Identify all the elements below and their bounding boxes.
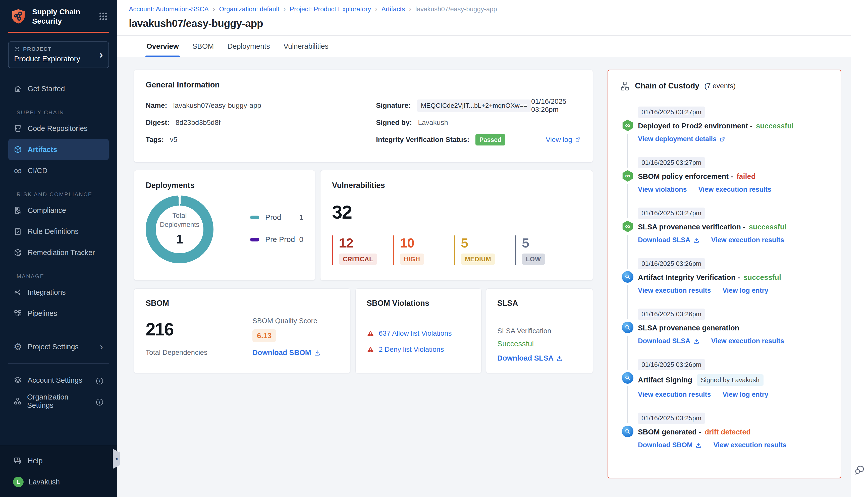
vulnerability-stat-high: 10HIGH [393, 236, 454, 265]
chain-event: ∞01/16/2025 03:27pmDeployed to Prod2 env… [620, 106, 829, 143]
view-execution-results-link[interactable]: View execution results [711, 236, 784, 244]
project-selector-label: PROJECT [14, 46, 80, 52]
support-chat-icon[interactable] [854, 464, 866, 476]
help-chat-icon: ? [13, 456, 23, 465]
violations-link[interactable]: 637 Allow list Violations [379, 329, 452, 338]
event-title: Artifact Integrity Verification - [638, 273, 740, 282]
sidebar-item-artifacts[interactable]: Artifacts [8, 139, 109, 160]
sidebar-item-help[interactable]: ? Help [0, 450, 117, 471]
download-icon [693, 338, 700, 344]
page-title: lavakush07/easy-buggy-app [129, 18, 868, 29]
svg-text:?: ? [16, 458, 18, 461]
view-execution-results-link[interactable]: View execution results [711, 337, 784, 345]
tags-value: v5 [170, 136, 177, 144]
chain-event: ∞01/16/2025 03:27pmSLSA provenance verif… [620, 208, 829, 244]
sidebar-item-remediation-tracker[interactable]: Remediation Tracker [0, 242, 117, 263]
sidebar-item-compliance[interactable]: Compliance [0, 200, 117, 221]
sidebar-item-rule-definitions[interactable]: Rule Definitions [0, 221, 117, 242]
breadcrumb-item[interactable]: Organization: default [219, 5, 279, 13]
severity-badge: CRITICAL [339, 254, 377, 265]
integrations-icon [13, 288, 23, 297]
sidebar-item-label: Artifacts [28, 145, 57, 154]
download-sbom-link[interactable]: Download SBOM [638, 441, 702, 449]
view-log-entry-link[interactable]: View log entry [723, 391, 768, 398]
chain-of-custody-timeline: ∞01/16/2025 03:27pmDeployed to Prod2 env… [620, 106, 829, 449]
digest-value: 8d23bd3b5d8f [176, 118, 220, 127]
slsa-verification-status: Successful [497, 339, 582, 348]
org-icon [13, 397, 22, 406]
doc-search-icon [13, 206, 23, 215]
view-execution-results-link[interactable]: View execution results [698, 186, 771, 194]
download-slsa-link[interactable]: Download SLSA [638, 236, 700, 244]
content: General Information Name:lavakush07/easy… [117, 57, 851, 497]
view-log-link[interactable]: View log [546, 136, 581, 144]
tab-deployments[interactable]: Deployments [226, 36, 271, 57]
sbom-violations-list: 637 Allow list Violations2 Deny list Vio… [367, 329, 470, 354]
project-cube-icon [14, 46, 20, 52]
event-timestamp: 01/16/2025 03:27pm [638, 208, 705, 219]
sbom-violations-card: SBOM Violations 637 Allow list Violation… [356, 288, 481, 373]
module-grid-icon[interactable] [98, 11, 108, 22]
tab-overview[interactable]: Overview [145, 36, 180, 57]
deployments-title: Deployments [146, 181, 303, 190]
user-name: Lavakush [29, 478, 60, 486]
event-timestamp: 01/16/2025 03:26pm [638, 309, 705, 320]
view-execution-results-link[interactable]: View execution results [638, 287, 711, 295]
sidebar-item-organization-settings[interactable]: Organization Settingsi [0, 391, 117, 412]
vertical-divider [239, 315, 240, 357]
sidebar-item-project-settings[interactable]: ⚙Project Settings› [0, 336, 117, 357]
view-log-entry-link[interactable]: View log entry [723, 287, 768, 295]
sidebar-item-account-settings[interactable]: Account Settingsi [0, 370, 117, 391]
tags-label: Tags: [146, 136, 164, 144]
event-title: SBOM policy enforcement - [638, 172, 733, 181]
sbom-quality-score-value: 6.13 [252, 329, 276, 342]
vulnerability-stat-medium: 5MEDIUM [454, 236, 515, 265]
breadcrumb-separator: › [283, 5, 286, 13]
project-selector[interactable]: PROJECT Product Exploratory › [8, 41, 109, 68]
sidebar-item-code-repositories[interactable]: Code Repositories [0, 118, 117, 139]
event-title-row: SBOM generated -drift detected [638, 428, 829, 436]
tab-sbom[interactable]: SBOM [191, 36, 215, 57]
event-timestamp: 01/16/2025 03:27pm [638, 157, 705, 168]
pipelines-icon [13, 309, 23, 318]
user-menu[interactable]: L Lavakush [0, 471, 117, 493]
breadcrumb-item[interactable]: Artifacts [381, 5, 405, 13]
breadcrumb-item[interactable]: Account: Automation-SSCA [129, 5, 209, 13]
download-slsa-link[interactable]: Download SLSA [638, 337, 700, 345]
sidebar-item-ci-cd[interactable]: ∞CI/CD [0, 160, 117, 181]
info-icon: i [96, 376, 103, 385]
cd-stage-icon: ∞ [622, 119, 633, 131]
download-sbom-link[interactable]: Download SBOM [252, 349, 321, 357]
cd-stage-icon: ∞ [622, 170, 633, 182]
legend-label: Pre Prod [265, 235, 295, 244]
sbom-quality-score-label: SBOM Quality Score [252, 317, 321, 325]
breadcrumb-item[interactable]: Project: Product Exploratory [290, 5, 371, 13]
vulnerabilities-total: 32 [332, 201, 581, 223]
sidebar-item-get-started[interactable]: Get Started [0, 78, 117, 99]
view-execution-results-link[interactable]: View execution results [713, 441, 787, 449]
chain-event: 01/16/2025 03:25pmSBOM generated -drift … [620, 413, 829, 449]
sidebar-divider [8, 363, 109, 364]
breadcrumb-item[interactable]: lavakush07/easy-buggy-app [416, 5, 497, 13]
view-execution-results-link[interactable]: View execution results [638, 391, 711, 398]
right-utility-rail [851, 0, 868, 497]
event-timestamp: 01/16/2025 03:26pm [638, 359, 705, 370]
violation-row: 2 Deny list Violations [367, 345, 470, 354]
supply-chain-security-logo-icon [10, 8, 27, 25]
general-information-card: General Information Name:lavakush07/easy… [134, 70, 593, 162]
event-title-row: SLSA provenance verification -successful [638, 223, 829, 231]
view-violations-link[interactable]: View violations [638, 186, 687, 194]
legend-value: 0 [299, 235, 303, 244]
tab-vulnerabilities[interactable]: Vulnerabilities [283, 36, 330, 57]
sidebar-item-pipelines[interactable]: Pipelines [0, 303, 117, 324]
violations-link[interactable]: 2 Deny list Violations [379, 345, 444, 354]
app-title: Supply Chain Security [32, 7, 81, 26]
event-links: Download SLSAView execution results [638, 236, 829, 244]
chain-of-custody-title: Chain of Custody [635, 81, 699, 90]
view-deployment-details-link[interactable]: View deployment details [638, 135, 726, 143]
layers-icon [13, 375, 23, 385]
chain-of-custody-count: (7 events) [705, 82, 736, 90]
download-slsa-link[interactable]: Download SLSA [497, 354, 563, 362]
brand: Supply Chain Security [0, 0, 117, 32]
sidebar-item-integrations[interactable]: Integrations [0, 282, 117, 303]
